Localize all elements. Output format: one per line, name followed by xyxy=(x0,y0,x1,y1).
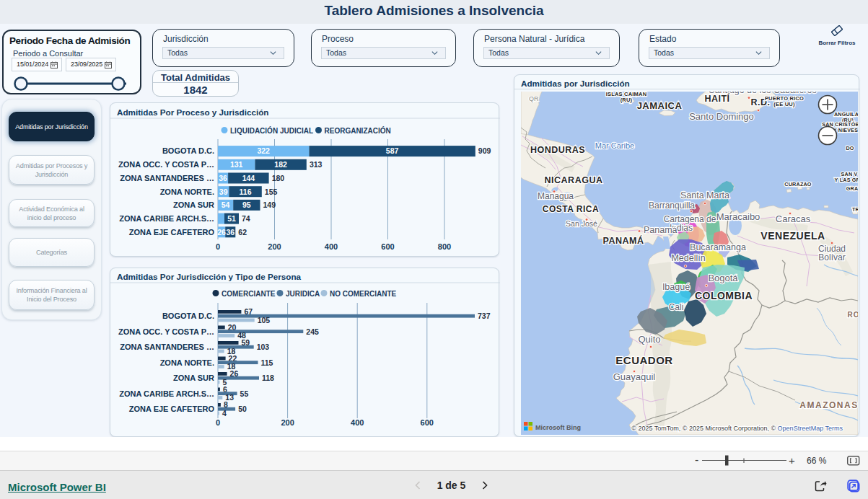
svg-text:587: 587 xyxy=(386,146,399,155)
svg-text:BOGOTA D.C.: BOGOTA D.C. xyxy=(162,146,214,155)
svg-text:PANAMÁ: PANAMÁ xyxy=(603,235,644,246)
svg-text:200: 200 xyxy=(281,418,294,427)
svg-text:COLOMBIA: COLOMBIA xyxy=(695,290,753,301)
svg-text:26: 26 xyxy=(217,228,226,237)
svg-text:Panamá: Panamá xyxy=(644,225,678,235)
svg-text:Microsoft Bing: Microsoft Bing xyxy=(535,424,581,431)
svg-text:ZONA CARIBE ARCH.S…: ZONA CARIBE ARCH.S… xyxy=(119,389,214,398)
svg-text:AMAZONAS: AMAZONAS xyxy=(799,400,858,410)
svg-text:CURAZAO: CURAZAO xyxy=(784,181,812,187)
svg-text:909: 909 xyxy=(478,146,491,155)
svg-text:TR: TR xyxy=(852,206,858,213)
svg-text:ZONA EJE CAFETERO: ZONA EJE CAFETERO xyxy=(129,405,215,413)
svg-text:NO COMERCIANTE: NO COMERCIANTE xyxy=(330,290,397,298)
svg-text:ZONA NORTE.: ZONA NORTE. xyxy=(160,358,214,367)
svg-text:ZONA NORTE.: ZONA NORTE. xyxy=(160,187,214,196)
svg-text:0: 0 xyxy=(216,418,220,427)
svg-text:(EE UU): (EE UU) xyxy=(773,101,795,107)
svg-text:HAITÍ: HAITÍ xyxy=(704,93,729,104)
svg-text:103: 103 xyxy=(257,343,270,351)
svg-text:51: 51 xyxy=(227,214,236,223)
svg-text:Santa Marta: Santa Marta xyxy=(680,190,729,200)
svg-text:39: 39 xyxy=(219,187,228,196)
svg-text:ECUADOR: ECUADOR xyxy=(615,354,672,366)
svg-text:131: 131 xyxy=(230,160,243,169)
svg-text:66 %: 66 % xyxy=(807,456,827,466)
svg-text:Y LAS GRA: Y LAS GRA xyxy=(835,177,858,183)
svg-text:HONDURAS: HONDURAS xyxy=(530,145,585,155)
svg-text:COMERCIANTE: COMERCIANTE xyxy=(222,290,276,298)
svg-text:Bogotá: Bogotá xyxy=(708,273,738,283)
svg-text:ZONA CARIBE ARCH.S…: ZONA CARIBE ARCH.S… xyxy=(119,214,214,223)
svg-text:Bolívar: Bolívar xyxy=(818,252,845,262)
svg-text:95: 95 xyxy=(242,200,251,209)
svg-text:© 2025 TomTom, © 2025 Microsof: © 2025 TomTom, © 2025 Microsoft Corporat… xyxy=(631,425,843,432)
svg-text:Admitidas Por Jurisdicción y T: Admitidas Por Jurisdicción y Tipo de Per… xyxy=(117,272,302,281)
svg-text:245: 245 xyxy=(306,327,319,336)
svg-text:Caracas: Caracas xyxy=(776,213,811,224)
svg-text:74: 74 xyxy=(242,214,250,223)
svg-text:Cali: Cali xyxy=(669,302,684,312)
svg-text:600: 600 xyxy=(421,418,434,427)
svg-text:50: 50 xyxy=(238,405,247,413)
svg-text:ZONA SANTANDERES …: ZONA SANTANDERES … xyxy=(120,343,214,351)
svg-text:105: 105 xyxy=(258,316,271,324)
svg-text:(RU): (RU) xyxy=(621,97,633,103)
svg-text:55: 55 xyxy=(240,389,249,398)
svg-text:36: 36 xyxy=(219,174,227,182)
svg-text:0: 0 xyxy=(216,242,220,251)
svg-text:Guayaquil: Guayaquil xyxy=(613,371,656,382)
svg-text:Maracaibo: Maracaibo xyxy=(716,211,760,222)
svg-text:182: 182 xyxy=(274,160,287,169)
svg-text:180: 180 xyxy=(272,174,285,182)
svg-text:313: 313 xyxy=(310,160,323,169)
svg-text:Mar Caribe: Mar Caribe xyxy=(595,141,634,150)
svg-text:ZONA EJE CAFETERO: ZONA EJE CAFETERO xyxy=(129,228,215,237)
svg-text:JURIDICA: JURIDICA xyxy=(286,290,320,298)
svg-text:VENEZUELA: VENEZUELA xyxy=(760,230,825,242)
svg-text:322: 322 xyxy=(257,146,270,155)
svg-text:GRA: GRA xyxy=(846,185,858,192)
svg-text:155: 155 xyxy=(265,187,278,196)
svg-text:Bucaramanga: Bucaramanga xyxy=(690,242,746,252)
svg-text:REORGANIZACIÓN: REORGANIZACIÓN xyxy=(325,126,391,135)
svg-text:Santo Domingo: Santo Domingo xyxy=(689,111,754,122)
svg-text:116: 116 xyxy=(240,187,252,196)
svg-text:Medellín: Medellín xyxy=(671,253,705,263)
svg-text:149: 149 xyxy=(263,200,276,209)
svg-text:Managua: Managua xyxy=(538,191,574,201)
svg-text:+: + xyxy=(789,454,795,467)
svg-text:ZONA OCC. Y COSTA P…: ZONA OCC. Y COSTA P… xyxy=(118,160,214,169)
svg-text:ZONA SUR: ZONA SUR xyxy=(173,374,214,382)
svg-text:Quito: Quito xyxy=(638,334,660,345)
svg-text:NICARAGUA: NICARAGUA xyxy=(545,175,603,185)
svg-text:-: - xyxy=(695,454,698,466)
svg-text:36: 36 xyxy=(226,228,234,237)
svg-text:118: 118 xyxy=(262,374,274,382)
svg-text:DO: DO xyxy=(846,145,854,151)
svg-text:San José: San José xyxy=(566,219,597,228)
svg-text:737: 737 xyxy=(478,312,491,320)
svg-text:144: 144 xyxy=(242,174,255,182)
svg-text:ZONA OCC. Y COSTA P…: ZONA OCC. Y COSTA P… xyxy=(118,327,214,336)
svg-text:ZONA SUR: ZONA SUR xyxy=(173,200,214,209)
svg-text:600: 600 xyxy=(381,242,394,251)
svg-text:RO: RO xyxy=(848,311,859,319)
svg-text:400: 400 xyxy=(351,418,364,427)
svg-text:4: 4 xyxy=(222,409,227,418)
svg-text:BOGOTA D.C.: BOGOTA D.C. xyxy=(162,312,214,320)
svg-text:COSTA RICA: COSTA RICA xyxy=(543,204,599,214)
svg-text:800: 800 xyxy=(438,242,451,251)
svg-text:115: 115 xyxy=(261,358,273,367)
svg-text:Ibagué: Ibagué xyxy=(662,282,690,292)
svg-text:400: 400 xyxy=(325,242,338,251)
svg-text:QR: QR xyxy=(529,95,539,102)
svg-text:54: 54 xyxy=(222,200,230,209)
svg-text:200: 200 xyxy=(268,242,281,251)
svg-text:LIQUIDACIÓN JUDICIAL: LIQUIDACIÓN JUDICIAL xyxy=(230,126,313,135)
svg-text:Y NIEVES: Y NIEVES xyxy=(833,127,858,133)
svg-text:Barranquilla: Barranquilla xyxy=(649,200,695,211)
svg-text:JAMAICA: JAMAICA xyxy=(637,100,683,111)
svg-text:ZONA SANTANDERES …: ZONA SANTANDERES … xyxy=(120,174,214,182)
svg-text:Admitidas Por Proceso y Jurisd: Admitidas Por Proceso y Jurisdicción xyxy=(117,107,268,117)
